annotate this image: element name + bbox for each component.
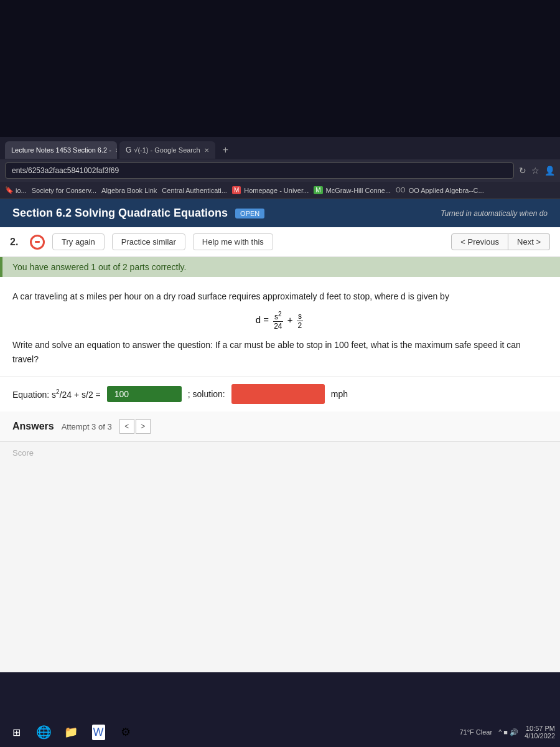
clock: 10:57 PM 4/10/2022 (525, 725, 555, 740)
bookmark-mcgrawhill[interactable]: M McGraw-Hill Conne... (314, 186, 391, 194)
attempt-text: Attempt 3 of 3 (62, 422, 112, 431)
answer-next-arrow[interactable]: > (136, 419, 151, 434)
bottom-area: Score (0, 441, 560, 463)
date-display: 4/10/2022 (525, 732, 555, 740)
system-tray: 71°F Clear ^ ■ 🔊 10:57 PM 4/10/2022 (459, 725, 555, 740)
equation-prefix: s2/24 + s/2 = (52, 390, 101, 400)
time-display: 10:57 PM (525, 725, 555, 732)
problem-content: A car traveling at s miles per hour on a… (0, 277, 560, 377)
previous-button[interactable]: < Previous (451, 233, 508, 250)
answers-section: Answers Attempt 3 of 3 < > (0, 411, 560, 441)
tab-close-icon[interactable]: ✕ (115, 147, 117, 154)
solution-label: ; solution: (188, 389, 225, 399)
tab-google-close-icon[interactable]: ✕ (204, 147, 209, 154)
problem-description: A car traveling at s miles per hour on a… (12, 289, 548, 303)
answers-title: Answers (12, 421, 54, 432)
open-badge: OPEN (235, 209, 264, 218)
tab-bar: Lecture Notes 1453 Section 6.2 - ✕ G √(-… (0, 137, 560, 159)
bookmark-icon: 🔖 (5, 186, 14, 194)
bookmark-homepage[interactable]: M Homepage - Univer... (232, 186, 309, 194)
formula-fraction-1: s2 24 (273, 311, 283, 331)
question-number: 2. (10, 237, 22, 248)
taskbar-icons: ⊞ 🌐 📁 W ⚙ (5, 721, 137, 743)
score-area: Score (12, 448, 34, 458)
formula-24: 24 (273, 322, 283, 331)
address-bar[interactable] (5, 162, 514, 179)
bookmark-algebra[interactable]: Algebra Book Link (101, 187, 157, 194)
question-row: 2. Try again Practice similar Help me wi… (0, 227, 560, 257)
answer-nav-arrows: < > (119, 419, 151, 434)
try-again-button[interactable]: Try again (52, 233, 105, 250)
google-icon: G (126, 146, 131, 154)
bookmark-central[interactable]: Central Authenticati... (162, 187, 227, 194)
section-title-container: Section 6.2 Solving Quadratic Equations … (12, 207, 264, 220)
equation-label: Equation: s2/24 + s/2 = (12, 388, 101, 400)
formula-d-label: d = (256, 314, 271, 325)
address-bar-row: ↻ ☆ 👤 (0, 159, 560, 182)
reload-icon[interactable]: ↻ (519, 166, 526, 176)
answer-status-bar: You have answered 1 out of 2 parts corre… (0, 257, 560, 277)
bookmarks-bar: 🔖 io... Society for Conserv... Algebra B… (0, 182, 560, 199)
star-icon[interactable]: ☆ (531, 166, 539, 176)
formula-fraction-2: s 2 (297, 312, 304, 330)
bookmark-io[interactable]: 🔖 io... (5, 186, 27, 194)
formula-block: d = s2 24 + s 2 (12, 311, 548, 331)
formula-plus: + (287, 314, 296, 325)
bookmark-conserv[interactable]: Society for Conserv... (32, 187, 96, 194)
tab-google-label: √(-1) - Google Search (134, 146, 200, 154)
taskbar-chrome[interactable]: ⚙ (114, 721, 137, 743)
taskbar-word[interactable]: W (87, 721, 110, 743)
tab-google[interactable]: G √(-1) - Google Search ✕ (119, 141, 215, 159)
weather-text: 71°F Clear (459, 728, 492, 736)
tab-active[interactable]: Lecture Notes 1453 Section 6.2 - ✕ (5, 141, 117, 159)
start-button[interactable]: ⊞ (5, 721, 27, 743)
equation-value-display: 100 (107, 386, 182, 402)
practice-similar-button[interactable]: Practice similar (112, 233, 185, 250)
section-header: Section 6.2 Solving Quadratic Equations … (0, 199, 560, 227)
tray-icons: ^ ■ 🔊 (498, 728, 518, 736)
nav-buttons: < Previous Next > (451, 233, 550, 250)
profile-icon[interactable]: 👤 (544, 166, 555, 176)
stop-icon (30, 235, 45, 250)
new-tab-button[interactable]: + (218, 144, 233, 156)
solution-input[interactable] (231, 384, 325, 404)
taskbar-edge[interactable]: 🌐 (32, 721, 55, 743)
windows-icon: ⊞ (12, 726, 21, 738)
word-icon: W (92, 725, 105, 740)
help-me-button[interactable]: Help me with this (193, 233, 273, 250)
formula-2: 2 (297, 321, 304, 330)
section-title: Section 6.2 Solving Quadratic Equations (12, 207, 228, 220)
answer-status-text: You have answered 1 out of 2 parts corre… (12, 262, 186, 272)
edge-icon: 🌐 (36, 725, 52, 740)
answer-prev-arrow[interactable]: < (119, 419, 134, 434)
chrome-icon: ⚙ (121, 725, 131, 739)
bookmark-applied-algebra[interactable]: OO OO Applied Algebra--C... (396, 187, 484, 194)
stop-inner (35, 241, 40, 243)
main-content: Section 6.2 Solving Quadratic Equations … (0, 199, 560, 672)
mph-label: mph (331, 389, 348, 399)
browser-chrome: Lecture Notes 1453 Section 6.2 - ✕ G √(-… (0, 137, 560, 200)
taskbar-explorer[interactable]: 📁 (60, 721, 82, 743)
dark-background (0, 0, 560, 137)
tab-active-label: Lecture Notes 1453 Section 6.2 - (11, 146, 111, 154)
equation-row: Equation: s2/24 + s/2 = 100 ; solution: … (0, 377, 560, 411)
next-button[interactable]: Next > (508, 233, 550, 250)
formula-s-squared: s2 (273, 311, 283, 322)
formula-s: s (297, 312, 303, 321)
taskbar: ⊞ 🌐 📁 W ⚙ 71°F Clear ^ ■ 🔊 10:57 PM 4/10… (0, 717, 560, 747)
turned-in-text: Turned in automatically when do (441, 209, 548, 218)
problem-question: Write and solve an equation to answer th… (12, 338, 548, 366)
folder-icon: 📁 (64, 725, 78, 739)
